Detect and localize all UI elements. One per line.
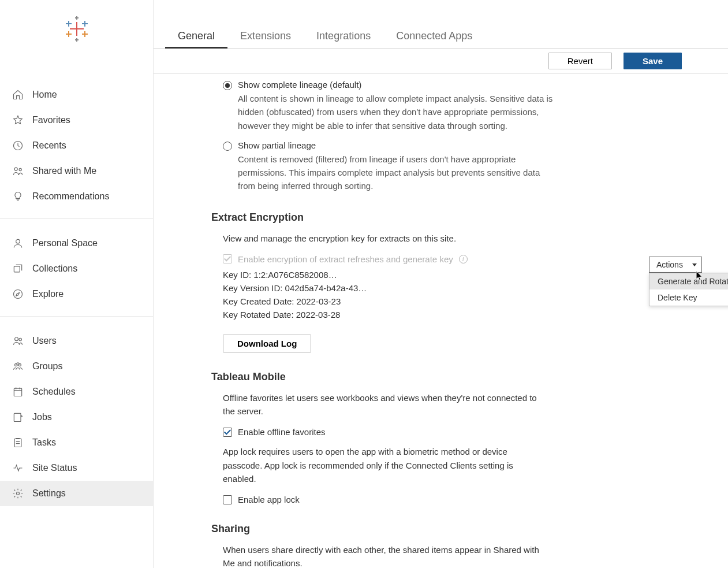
nav-label: Collections: [32, 263, 77, 274]
nav-users[interactable]: Users: [0, 328, 153, 354]
section-title-sharing: Sharing: [211, 523, 693, 535]
tab-label: Integrations: [316, 30, 371, 42]
nav-label: Users: [32, 336, 57, 346]
key-id: Key ID: 1:2:A076C8582008…: [223, 270, 693, 280]
nav-label: Recents: [32, 140, 66, 151]
nav-recents[interactable]: Recents: [0, 133, 153, 158]
nav-site-status[interactable]: Site Status: [0, 455, 153, 481]
calendar-icon: [12, 385, 24, 398]
nav-settings[interactable]: Settings: [0, 481, 153, 506]
info-icon[interactable]: i: [459, 255, 468, 263]
svg-point-19: [14, 290, 23, 299]
nav-label: Jobs: [32, 412, 52, 422]
checkbox-icon: [223, 254, 232, 263]
tab-extensions[interactable]: Extensions: [227, 24, 304, 48]
nav-label: Recommendations: [32, 191, 109, 202]
nav-groups[interactable]: Groups: [0, 354, 153, 379]
svg-rect-25: [14, 388, 21, 396]
nav-label: Schedules: [32, 387, 76, 397]
nav-label: Settings: [32, 488, 66, 499]
nav-home[interactable]: Home: [0, 82, 153, 107]
radio-icon: [223, 81, 232, 90]
nav-shared[interactable]: Shared with Me: [0, 158, 153, 184]
star-icon: [12, 114, 24, 127]
shared-icon: [12, 165, 24, 177]
settings-content: Show complete lineage (default) All cont…: [154, 74, 728, 568]
revert-button[interactable]: Revert: [548, 53, 612, 69]
nav-label: Personal Space: [32, 238, 98, 248]
tab-general[interactable]: General: [165, 24, 227, 48]
radio-body: Show complete lineage (default) All cont…: [238, 80, 555, 132]
svg-rect-27: [14, 439, 21, 447]
section-desc-mobile: Offline favorites let users see workbook…: [223, 391, 546, 418]
checkbox-label: Enable encryption of extract refreshes a…: [238, 254, 453, 264]
section-desc-sharing: When users share directly with each othe…: [223, 543, 546, 568]
section-title-extract: Extract Encryption: [211, 211, 693, 224]
radio-desc: All content is shown in lineage to allow…: [238, 92, 555, 132]
svg-point-17: [16, 239, 20, 243]
svg-rect-18: [14, 266, 20, 272]
clock-icon: [12, 139, 24, 152]
key-version: Key Version ID: 042d5a74-b42a-43…: [223, 283, 693, 293]
nav-label: Site Status: [32, 463, 77, 473]
menu-item-delete-key[interactable]: Delete Key: [649, 289, 728, 306]
svg-point-16: [19, 168, 21, 170]
nav-section-main: Home Favorites Recents Shared with Me Re…: [0, 57, 153, 215]
tab-label: General: [178, 30, 215, 42]
checkbox-icon: [223, 428, 232, 437]
radio-icon: [223, 142, 232, 151]
collections-icon: [12, 262, 24, 275]
actions-dropdown-button[interactable]: Actions: [649, 257, 702, 273]
key-created: Key Created Date: 2022-03-23: [223, 296, 693, 306]
checkbox-offline-favorites[interactable]: Enable offline favorites: [223, 427, 693, 437]
checkbox-icon: [223, 495, 232, 504]
checkbox-enable-encryption: Enable encryption of extract refreshes a…: [223, 254, 693, 264]
radio-desc: Content is removed (filtered) from linea…: [238, 153, 555, 193]
checkbox-app-lock[interactable]: Enable app lock: [223, 495, 693, 504]
logo-wrap: [0, 12, 153, 57]
save-button[interactable]: Save: [624, 53, 682, 69]
nav-label: Shared with Me: [32, 166, 96, 176]
tab-label: Connected Apps: [396, 30, 472, 42]
actions-label: Actions: [656, 260, 683, 269]
checkbox-label: Enable app lock: [238, 495, 300, 504]
nav-tasks[interactable]: Tasks: [0, 430, 153, 455]
tab-connected-apps[interactable]: Connected Apps: [383, 24, 485, 48]
caret-down-icon: [692, 263, 697, 266]
download-log-button[interactable]: Download Log: [223, 335, 311, 352]
radio-label: Show complete lineage (default): [238, 80, 555, 90]
nav-label: Groups: [32, 361, 62, 372]
tasks-icon: [12, 436, 24, 449]
bulb-icon: [12, 190, 24, 203]
settings-tabs: General Extensions Integrations Connecte…: [154, 0, 728, 49]
jobs-icon: [12, 411, 24, 424]
nav-collections[interactable]: Collections: [0, 256, 153, 281]
nav-personal-space[interactable]: Personal Space: [0, 231, 153, 256]
actions-dropdown-wrap: Actions Generate and Rotate Key Delete K…: [649, 257, 702, 273]
nav-label: Tasks: [32, 437, 56, 448]
radio-partial-lineage[interactable]: Show partial lineage Content is removed …: [223, 140, 693, 193]
tab-label: Extensions: [240, 30, 291, 42]
gear-icon: [12, 487, 24, 500]
nav-favorites[interactable]: Favorites: [0, 107, 153, 133]
menu-item-rotate-key[interactable]: Generate and Rotate Key: [649, 273, 728, 289]
nav-jobs[interactable]: Jobs: [0, 404, 153, 430]
nav-recommendations[interactable]: Recommendations: [0, 184, 153, 209]
users-icon: [12, 335, 24, 347]
nav-label: Favorites: [32, 115, 70, 125]
svg-point-15: [14, 168, 17, 170]
nav-label: Home: [32, 90, 57, 100]
checkbox-label: Enable offline favorites: [238, 427, 326, 437]
section-title-mobile: Tableau Mobile: [211, 371, 693, 383]
nav-section-spaces: Personal Space Collections Explore: [0, 218, 153, 313]
explore-icon: [12, 288, 24, 300]
sidebar: Home Favorites Recents Shared with Me Re…: [0, 0, 154, 568]
svg-point-21: [19, 338, 22, 341]
section-desc-extract: View and manage the encryption key for e…: [223, 232, 546, 245]
home-icon: [12, 88, 24, 101]
svg-point-28: [17, 492, 20, 495]
radio-complete-lineage[interactable]: Show complete lineage (default) All cont…: [223, 80, 693, 132]
nav-schedules[interactable]: Schedules: [0, 379, 153, 404]
tab-integrations[interactable]: Integrations: [304, 24, 383, 48]
nav-explore[interactable]: Explore: [0, 281, 153, 307]
